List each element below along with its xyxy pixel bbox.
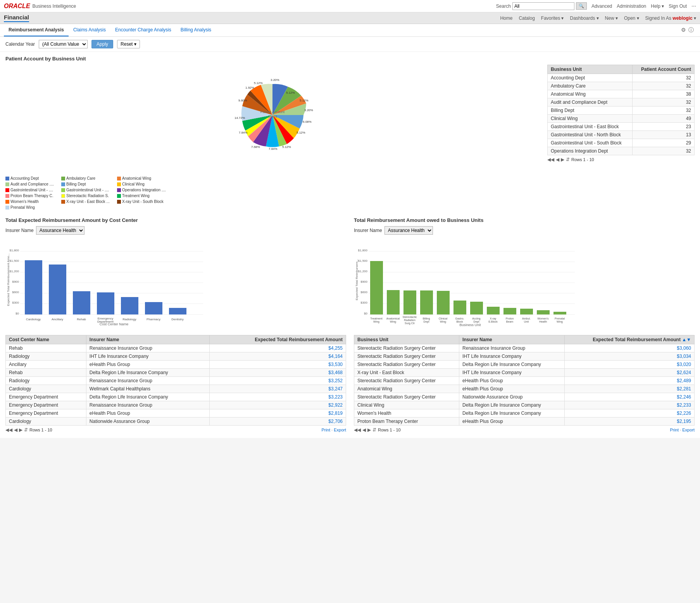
pt-count-cell: 29	[633, 139, 695, 147]
search-button[interactable]: 🔍	[576, 2, 587, 10]
search-input[interactable]	[512, 2, 574, 10]
svg-text:7.84%: 7.84%	[239, 131, 248, 134]
lt-amount-cell[interactable]: $4,164	[209, 352, 346, 361]
dashboards-link[interactable]: Dashboards ▾	[570, 15, 599, 21]
lt-amount-cell[interactable]: $3,530	[209, 361, 346, 369]
rt-amount-cell[interactable]: $2,195	[564, 417, 694, 426]
legend-womens: Women's Health	[5, 199, 60, 204]
catalog-link[interactable]: Catalog	[519, 15, 534, 21]
right-chart-title: Total Reimbursement Amount owed to Busin…	[354, 217, 695, 223]
patient-table-footer: ◀◀ ◀ ▶ ⇵ Rows 1 - 10	[547, 155, 695, 164]
svg-rect-65	[387, 290, 400, 314]
search-label: Search	[496, 3, 511, 9]
svg-text:7.84%: 7.84%	[269, 147, 278, 151]
right-pg-first[interactable]: ◀◀	[354, 427, 361, 433]
left-table-footer: ◀◀ ◀ ▶ ⇵ Rows 1 - 10 Print · Export	[5, 426, 346, 434]
right-pg-sort[interactable]: ⇵	[372, 427, 376, 433]
pg-sort-icon[interactable]: ⇵	[566, 157, 570, 162]
pt-unit-cell: Ambulatory Care	[548, 82, 633, 90]
right-print-link[interactable]: Print	[670, 428, 679, 432]
tab-claims[interactable]: Claims Analysis	[69, 24, 110, 36]
lt-amount-cell[interactable]: $3,247	[209, 385, 346, 393]
tab-encounter[interactable]: Encounter Charge Analysis	[110, 24, 176, 36]
left-pg-next[interactable]: ▶	[19, 427, 22, 433]
rt-amount-cell[interactable]: $3,060	[564, 344, 694, 352]
apply-button[interactable]: Apply	[91, 40, 113, 48]
right-pg-next[interactable]: ▶	[367, 427, 371, 433]
left-pg-first[interactable]: ◀◀	[5, 427, 12, 433]
svg-text:$1,800: $1,800	[10, 249, 19, 252]
help-icon[interactable]: ⓘ	[688, 27, 694, 34]
svg-text:3.20%: 3.20%	[271, 78, 279, 82]
lt-amount-cell[interactable]: $3,252	[209, 377, 346, 385]
lt-amount-cell[interactable]: $2,706	[209, 417, 346, 426]
left-export-link[interactable]: Export	[334, 428, 346, 432]
pg-first-icon[interactable]: ◀◀	[547, 157, 554, 162]
right-export-link[interactable]: Export	[682, 428, 695, 432]
pg-prev-icon[interactable]: ◀	[556, 157, 559, 162]
lt-amount-cell[interactable]: $3,223	[209, 393, 346, 401]
rt-amount-cell[interactable]: $3,034	[564, 352, 694, 361]
svg-text:Unit: Unit	[524, 320, 529, 323]
tab-billing[interactable]: Billing Analysis	[176, 24, 216, 36]
reset-button[interactable]: Reset ▾	[117, 40, 140, 48]
favorites-link[interactable]: Favorites ▾	[541, 15, 564, 21]
legend-color-accounting	[5, 177, 9, 180]
pg-next-icon[interactable]: ▶	[561, 157, 564, 162]
right-table-row: Stereotactic Radiation Surgery CenterNat…	[354, 393, 695, 401]
right-bottom-table: Business Unit Insurer Name Expected Tota…	[354, 335, 695, 426]
tab-reimbursement[interactable]: Reimbursement Analysis	[4, 24, 69, 36]
left-print-link[interactable]: Print	[321, 428, 330, 432]
signout-link[interactable]: Sign Out	[669, 3, 687, 9]
rt-amount-cell[interactable]: $2,489	[564, 377, 694, 385]
legend-label-treatment: Treatment Wing	[122, 194, 150, 198]
pt-count-cell: 38	[633, 90, 695, 98]
lt-amount-cell[interactable]: $4,255	[209, 344, 346, 352]
rcol-unit: Business Unit	[354, 335, 459, 344]
lt-cost-cell: Radiology	[6, 377, 86, 385]
left-pg-sort[interactable]: ⇵	[24, 427, 28, 433]
rt-amount-cell[interactable]: $2,246	[564, 393, 694, 401]
lt-insurer-cell: eHealth Plus Group	[86, 409, 209, 417]
rt-unit-cell: X-ray Unit - East Block	[354, 369, 459, 377]
lt-cost-cell: Rehab	[6, 369, 86, 377]
svg-rect-96	[553, 312, 566, 314]
svg-text:Expected Total Reimbursem...: Expected Total Reimbursem...	[355, 259, 359, 301]
rt-amount-cell[interactable]: $2,226	[564, 409, 694, 417]
pt-unit-cell: Clinical Wing	[548, 115, 633, 123]
rt-amount-cell[interactable]: $2,233	[564, 401, 694, 409]
new-link[interactable]: New ▾	[605, 15, 618, 21]
help-link[interactable]: Help ▾	[651, 3, 664, 9]
legend-audit: Audit and Compliance ....	[5, 182, 60, 186]
lt-amount-cell[interactable]: $2,922	[209, 401, 346, 409]
right-pg-prev[interactable]: ◀	[362, 427, 366, 433]
pt-count-cell: 32	[633, 74, 695, 82]
lt-amount-cell[interactable]: $3,468	[209, 369, 346, 377]
rt-amount-cell[interactable]: $2,281	[564, 385, 694, 393]
rt-amount-cell[interactable]: $2,624	[564, 369, 694, 377]
patient-table-row: Accounting Dept32	[548, 74, 695, 82]
lt-cost-cell: Emergency Department	[6, 401, 86, 409]
search-area: Search 🔍	[496, 2, 587, 10]
svg-text:Wing: Wing	[440, 320, 446, 323]
lt-insurer-cell: Delta Region Life Insurance Company	[86, 369, 209, 377]
filter-select[interactable]: (All Column Value	[39, 40, 88, 48]
settings-icon[interactable]: ⚙	[681, 27, 686, 34]
legend-clinical: Clinical Wing	[117, 182, 171, 186]
left-insurer-label: Insurer Name	[5, 228, 34, 233]
right-insurer-select[interactable]: Assurance Health	[384, 226, 433, 235]
lt-amount-cell[interactable]: $2,819	[209, 409, 346, 417]
open-link[interactable]: Open ▾	[624, 15, 639, 21]
rt-unit-cell: Stereotactic Radiation Surgery Center	[354, 352, 459, 361]
legend-label-gi-north: Gastrointestinal Unit - ....	[66, 188, 109, 192]
left-pg-prev[interactable]: ◀	[14, 427, 17, 433]
legend-label-stereo: Stereotactic Radiation S.	[66, 194, 109, 198]
rt-amount-cell[interactable]: $3,020	[564, 361, 694, 369]
svg-text:$0: $0	[16, 312, 19, 315]
home-link[interactable]: Home	[500, 15, 512, 21]
right-table-block: Business Unit Insurer Name Expected Tota…	[354, 335, 695, 434]
administration-link[interactable]: Administration	[617, 3, 646, 9]
advanced-link[interactable]: Advanced	[591, 3, 612, 9]
right-table-row: Anatomical WingeHealth Plus Group$2,281	[354, 385, 695, 393]
left-insurer-select[interactable]: Assurance Health	[36, 226, 84, 235]
